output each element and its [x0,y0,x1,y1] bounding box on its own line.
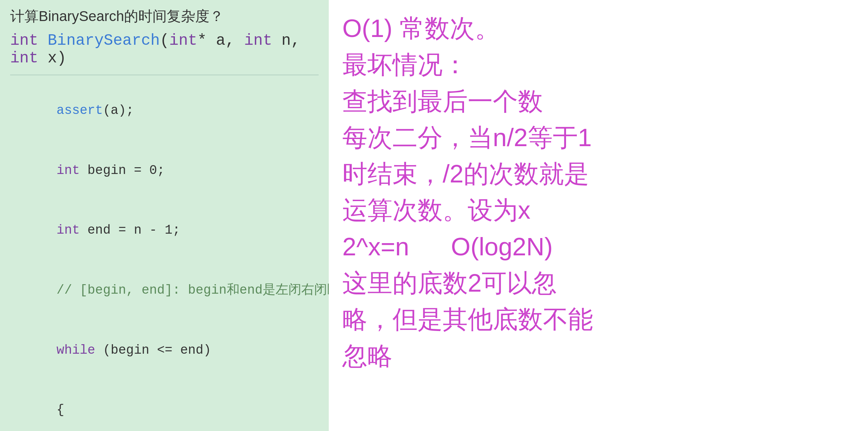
code-line-begin: int begin = 0; [10,141,319,201]
param3-type: int [10,50,38,67]
function-name: BinarySearch [47,32,160,50]
code-body: assert(a); int begin = 0; int end = n - … [10,81,319,431]
code-line-end: int end = n - 1; [10,200,319,260]
code-line-comment: // [begin, end]: begin和end是左闭右闭区间，因此有=号 [10,260,319,320]
param1-type: int [169,32,197,50]
return-type-keyword: int [10,32,38,50]
code-panel: 计算BinarySearch的时间复杂度？ int BinarySearch(i… [0,0,329,431]
code-line-brace-open: { [10,380,319,431]
code-divider [10,75,319,75]
func-signature: int BinarySearch(int* a, int n, int x) [10,32,319,67]
explanation-text: O(1) 常数次。 最坏情况： 查找到最后一个数 每次二分，当n/2等于1 时结… [342,10,854,374]
code-line-assert: assert(a); [10,81,319,141]
param2-type: int [244,32,272,50]
explanation-panel: O(1) 常数次。 最坏情况： 查找到最后一个数 每次二分，当n/2等于1 时结… [329,0,868,431]
question-text: 计算BinarySearch的时间复杂度？ [10,7,319,26]
code-line-while: while (begin <= end) [10,320,319,380]
